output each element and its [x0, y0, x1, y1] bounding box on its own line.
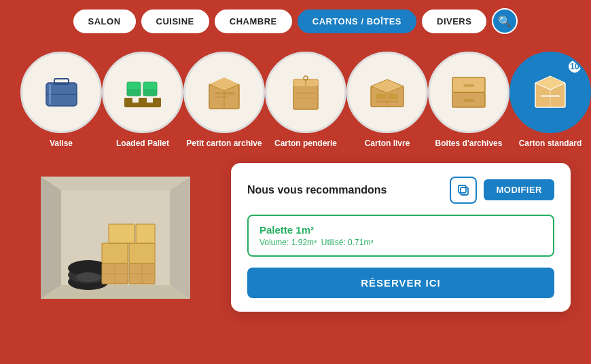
carousel-label-carton-penderie: Carton penderie	[274, 139, 337, 149]
copy-icon	[456, 183, 470, 197]
carousel-label-pallet: Loaded Pallet	[116, 139, 169, 149]
svg-rect-18	[215, 96, 228, 98]
svg-marker-46	[170, 177, 190, 299]
card-header: Nous vous recommandons MODIFIER	[247, 177, 554, 204]
nav-chambre[interactable]: CHAMBRE	[215, 10, 292, 33]
svg-rect-57	[136, 224, 155, 243]
svg-marker-47	[41, 177, 190, 190]
carton-livre-icon	[364, 69, 410, 115]
carousel-item-boites-archives[interactable]: Boites d'archives	[428, 52, 509, 149]
svg-rect-10	[127, 89, 141, 96]
carousel-item-carton-penderie[interactable]: Carton penderie	[265, 52, 346, 149]
recommendation-card: Nous vous recommandons MODIFIER Palette …	[231, 163, 571, 312]
svg-rect-34	[463, 99, 474, 102]
carousel-label-carton-livre: Carton livre	[365, 139, 410, 149]
carousel-item-pallet[interactable]: Loaded Pallet	[102, 52, 183, 149]
carousel-wrapper: Valise Loaded Pallet	[0, 45, 591, 156]
carousel-track: Valise Loaded Pallet	[20, 52, 591, 149]
carousel-label-petit-carton: Petit carton archive	[186, 139, 262, 149]
carousel-item-carton-standard[interactable]: 10 Carton standard	[509, 52, 591, 149]
svg-rect-17	[215, 92, 234, 94]
nav-divers[interactable]: DIVERS	[422, 10, 486, 33]
copy-icon-button[interactable]	[450, 177, 477, 204]
carousel-circle-carton-livre	[346, 52, 428, 133]
valise-icon	[39, 71, 84, 115]
pallet-icon	[119, 69, 166, 116]
carousel-circle-carton-standard: 10	[509, 52, 591, 133]
svg-rect-62	[461, 187, 468, 195]
carousel-label-carton-standard: Carton standard	[519, 139, 582, 149]
svg-rect-6	[139, 98, 147, 104]
svg-marker-45	[41, 177, 61, 299]
carousel-label-boites-archives: Boites d'archives	[435, 139, 503, 149]
svg-rect-11	[143, 89, 157, 96]
svg-rect-33	[463, 84, 474, 87]
room-svg	[20, 163, 211, 319]
svg-rect-5	[124, 98, 132, 104]
svg-rect-41	[541, 95, 560, 97]
petit-carton-icon	[201, 69, 247, 115]
carousel-circle-carton-penderie	[265, 52, 346, 133]
palette-title: Palette 1m²	[259, 224, 542, 236]
carousel-label-valise: Valise	[50, 139, 73, 149]
svg-rect-56	[109, 224, 135, 243]
badge-count: 10	[567, 59, 582, 74]
carousel-item-valise[interactable]: Valise	[20, 52, 102, 149]
boites-archives-icon	[446, 69, 492, 115]
modifier-button[interactable]: MODIFIER	[484, 179, 554, 200]
carton-penderie-icon	[283, 69, 329, 115]
search-button[interactable]: 🔍	[492, 8, 518, 34]
carousel-circle-valise	[20, 52, 102, 133]
nav-cuisine[interactable]: CUISINE	[141, 10, 209, 33]
card-title: Nous vous recommandons	[247, 184, 387, 196]
palette-volume-used: Volume: 1.92m³ Utilisé: 0.71m³	[259, 238, 542, 247]
bottom-section: Nous vous recommandons MODIFIER Palette …	[0, 163, 591, 326]
svg-rect-54	[102, 243, 128, 263]
room-illustration	[20, 163, 211, 326]
svg-rect-30	[376, 101, 398, 103]
search-icon: 🔍	[498, 15, 512, 28]
carousel-circle-pallet	[102, 52, 183, 133]
reserver-button[interactable]: RÉSERVER ICI	[247, 268, 554, 298]
top-navigation: SALON CUISINE CHAMBRE CARTONS / BOÎTES D…	[0, 0, 591, 42]
svg-rect-63	[459, 185, 466, 193]
svg-marker-44	[41, 285, 190, 299]
carousel-circle-boites-archives	[428, 52, 509, 133]
svg-rect-7	[153, 98, 161, 104]
svg-point-51	[76, 272, 101, 282]
carton-standard-icon	[527, 69, 573, 115]
svg-rect-28	[376, 94, 386, 99]
palette-recommendation-box: Palette 1m² Volume: 1.92m³ Utilisé: 0.71…	[247, 215, 554, 257]
svg-rect-3	[49, 84, 51, 105]
svg-rect-29	[389, 94, 398, 99]
svg-rect-55	[129, 243, 155, 263]
nav-cartons[interactable]: CARTONS / BOÎTES	[298, 10, 416, 33]
carousel-item-petit-carton[interactable]: Petit carton archive	[183, 52, 265, 149]
nav-salon[interactable]: SALON	[73, 10, 136, 33]
carousel-item-carton-livre[interactable]: Carton livre	[346, 52, 428, 149]
carousel-circle-petit-carton	[183, 52, 265, 133]
